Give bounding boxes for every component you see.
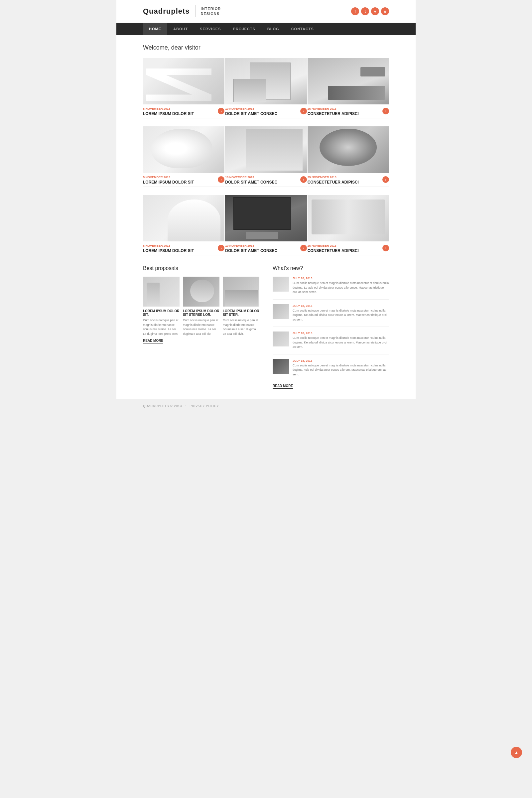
proposal-title-2: LOREM IPSUM DOLOR SIT STERSE LOR.: [183, 309, 220, 317]
news-date-2: JULY 18, 2013: [292, 304, 389, 307]
news-date-4: JULY 18, 2013: [292, 359, 389, 362]
proposal-image-3[interactable]: [223, 277, 259, 307]
whats-new-read-more[interactable]: READ MORE: [273, 384, 293, 389]
news-thumb-2[interactable]: [273, 304, 289, 319]
grid-image-2-3[interactable]: [307, 126, 389, 173]
caption-2-2: 10 NOVEMBER 2013 DOLOR SIT AMET CONSEC ›: [225, 173, 307, 187]
caption-arrow-3-1[interactable]: ›: [218, 245, 225, 251]
news-date-3: JULY 18, 2013: [292, 331, 389, 335]
grid-image-1-1[interactable]: [143, 58, 225, 104]
caption-3-3: 25 NOVEMBER 2013 CONSECTETUER ADIPISCI ›: [307, 241, 389, 255]
news-text-2: Cum sociis natoque pen et magnis diartui…: [292, 308, 389, 322]
facebook-icon[interactable]: f: [351, 7, 359, 15]
nav-services[interactable]: SERVICES: [194, 23, 227, 35]
whats-new-title: What's new?: [273, 265, 389, 271]
proposals-read-more[interactable]: READ MORE: [143, 339, 163, 343]
caption-arrow-3-3[interactable]: ›: [382, 245, 389, 251]
brand-tagline: INTERIOR DESIGNS: [201, 6, 221, 17]
news-thumb-3[interactable]: [273, 331, 289, 346]
proposal-text-1: Cum sociis natoque pen et magnis diarie …: [143, 318, 179, 336]
caption-1-2: 10 NOVEMBER 2013 DOLOR SIT AMET CONSEC ›: [225, 104, 307, 118]
vimeo-icon[interactable]: v: [371, 7, 379, 15]
caption-arrow-3-2[interactable]: ›: [300, 245, 307, 251]
proposal-image-1[interactable]: [143, 277, 179, 307]
grid-image-3-2[interactable]: [225, 195, 307, 241]
news-item-1: JULY 18, 2013 Cum sociis natoque pen et …: [273, 277, 389, 300]
main-nav: HOME ABOUT SERVICES PROJECTS BLOG CONTAC…: [116, 23, 416, 35]
news-text-4: Cum sociis natoque pen et magnis diartui…: [292, 363, 389, 377]
caption-3-1: 5 NOVEMBER 2013 LOREM IPSUM DOLOR SIT ›: [143, 241, 225, 255]
footer-separator: •: [185, 404, 186, 407]
welcome-title: Welcome, dear visitor: [143, 44, 389, 51]
nav-blog[interactable]: BLOG: [261, 23, 285, 35]
social-icons: f t v g: [351, 7, 389, 15]
footer-privacy[interactable]: PRIVACY POLICY: [190, 404, 219, 407]
grid-image-1-3[interactable]: [307, 58, 389, 104]
news-item-4: JULY 18, 2013 Cum sociis natoque pen et …: [273, 359, 389, 377]
caption-2-1: 5 NOVEMBER 2013 LOREM IPSUM DOLOR SIT ›: [143, 173, 225, 187]
image-grid-row-3: 5 NOVEMBER 2013 LOREM IPSUM DOLOR SIT › …: [143, 195, 389, 259]
nav-contacts[interactable]: CONTACTS: [285, 23, 320, 35]
grid-image-2-1[interactable]: [143, 126, 225, 173]
logo-divider: [195, 5, 195, 17]
caption-arrow-2-3[interactable]: ›: [382, 176, 389, 183]
proposal-title-1: LOREM IPSUM DOLOR SIT.: [143, 309, 179, 317]
grid-image-3-1[interactable]: [143, 195, 225, 241]
caption-1-1: 5 NOVEMBER 2013 LOREM IPSUM DOLOR SIT ›: [143, 104, 225, 118]
proposals-grid: LOREM IPSUM DOLOR SIT. Cum sociis natoqu…: [143, 277, 259, 338]
whats-new-section: What's new? JULY 18, 2013 Cum sociis nat…: [273, 265, 389, 389]
nav-projects[interactable]: PROJECTS: [227, 23, 261, 35]
nav-home[interactable]: HOME: [143, 23, 167, 35]
proposal-item-3: LOREM IPSUM DOLOR SIT STER. Cum sociis n…: [223, 277, 259, 338]
caption-arrow-2-2[interactable]: ›: [300, 176, 307, 183]
googleplus-icon[interactable]: g: [381, 7, 389, 15]
bottom-section: Best proposals LOREM IPSUM DOLOR SIT. Cu…: [143, 265, 389, 389]
caption-arrow-2-1[interactable]: ›: [218, 176, 225, 183]
news-thumb-4[interactable]: [273, 359, 289, 374]
footer-copyright: QUADRUPLETS © 2013: [143, 404, 182, 407]
proposals-title: Best proposals: [143, 265, 259, 271]
news-item-2: JULY 18, 2013 Cum sociis natoque pen et …: [273, 304, 389, 327]
logo-area: Quadruplets INTERIOR DESIGNS: [143, 5, 221, 17]
news-text-1: Cum sociis natoque pen et magnis diartui…: [292, 281, 389, 294]
image-grid-row-1: 5 NOVEMBER 2013 LOREM IPSUM DOLOR SIT › …: [143, 58, 389, 122]
news-date-1: JULY 18, 2013: [292, 277, 389, 280]
proposal-image-2[interactable]: [183, 277, 220, 307]
caption-1-3: 25 NOVEMBER 2013 CONSECTETUER ADIPISCI ›: [307, 104, 389, 118]
proposal-item-2: LOREM IPSUM DOLOR SIT STERSE LOR. Cum so…: [183, 277, 220, 338]
caption-2-3: 25 NOVEMBER 2013 CONSECTETUER ADIPISCI ›: [307, 173, 389, 187]
grid-image-2-2[interactable]: [225, 126, 307, 173]
caption-3-2: 10 NOVEMBER 2013 DOLOR SIT AMET CONSEC ›: [225, 241, 307, 255]
proposal-text-3: Cum sociis natoque pen et magnis diarie …: [223, 318, 259, 336]
proposals-section: Best proposals LOREM IPSUM DOLOR SIT. Cu…: [143, 265, 259, 389]
brand-name: Quadruplets: [143, 7, 190, 16]
caption-arrow-1-2[interactable]: ›: [300, 108, 307, 114]
image-grid-row-2: 5 NOVEMBER 2013 LOREM IPSUM DOLOR SIT › …: [143, 126, 389, 190]
news-list: JULY 18, 2013 Cum sociis natoque pen et …: [273, 277, 389, 377]
news-item-3: JULY 18, 2013 Cum sociis natoque pen et …: [273, 331, 389, 355]
proposal-title-3: LOREM IPSUM DOLOR SIT STER.: [223, 309, 259, 317]
grid-image-1-2[interactable]: [225, 58, 307, 104]
caption-arrow-1-3[interactable]: ›: [382, 108, 389, 114]
nav-about[interactable]: ABOUT: [167, 23, 194, 35]
news-text-3: Cum sociis natoque pen et magnis diartui…: [292, 336, 389, 349]
proposal-item-1: LOREM IPSUM DOLOR SIT. Cum sociis natoqu…: [143, 277, 179, 338]
news-thumb-1[interactable]: [273, 277, 289, 291]
grid-image-3-3[interactable]: [307, 195, 389, 241]
footer: QUADRUPLETS © 2013 • PRIVACY POLICY: [116, 399, 416, 413]
proposal-text-2: Cum sociis natoque pen et magnis diarie …: [183, 318, 220, 336]
caption-arrow-1-1[interactable]: ›: [218, 108, 225, 114]
twitter-icon[interactable]: t: [361, 7, 369, 15]
